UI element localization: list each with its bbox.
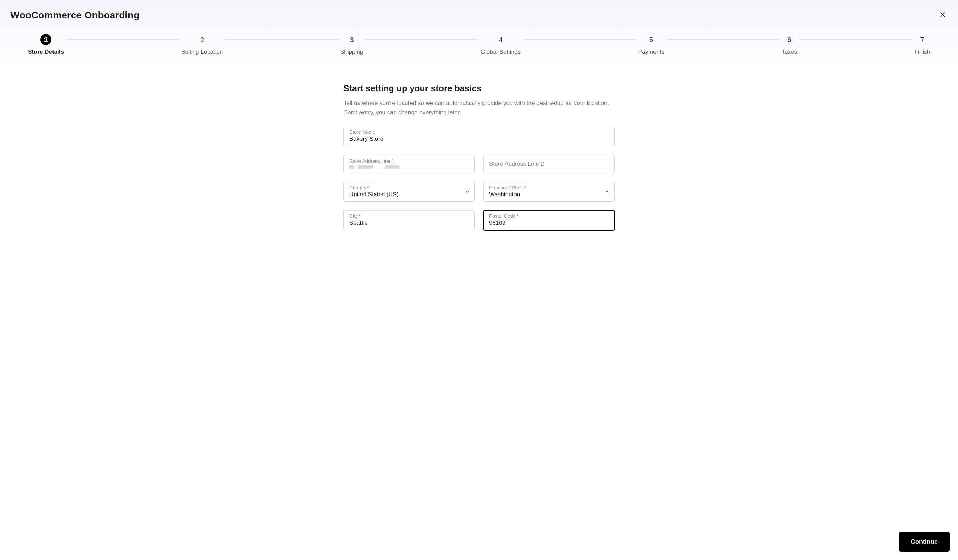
step-connector [66,39,179,40]
required-indicator: * [367,185,369,190]
postal-code-field: Postal Code* [483,210,615,230]
step-number: 5 [646,34,657,45]
input-container[interactable]: Store Name [343,126,615,146]
step-finish[interactable]: 7 Finish [915,34,930,55]
select-container[interactable]: Province / State* Washington [483,182,615,202]
step-label: Taxes [782,49,797,55]
country-field: Country* United States (US) [343,182,475,202]
step-connector [225,39,339,40]
address-line-1-field: Store Address Line 1 [343,155,475,173]
step-number: 3 [346,34,357,45]
province-field: Province / State* Washington [483,182,615,202]
redacted-value [349,165,469,169]
main-content: Start setting up your store basics Tell … [336,83,622,230]
country-value: United States (US) [349,191,469,198]
step-store-details[interactable]: 1 Store Details [28,34,64,55]
field-label: Store Address Line 1 [349,158,469,165]
close-button[interactable] [938,10,948,19]
postal-code-input[interactable] [489,220,609,226]
required-indicator: * [524,185,526,190]
step-number: 1 [40,34,51,45]
close-icon [939,11,946,18]
step-label: Payments [638,49,665,55]
form-row: Store Address Line 1 [343,155,615,173]
input-container[interactable] [483,155,615,173]
page-title: WooCommerce Onboarding [10,10,948,21]
required-indicator: * [358,213,360,219]
form-row: Store Name [343,126,615,146]
required-indicator: * [516,213,518,219]
step-label: Finish [915,49,930,55]
step-selling-location[interactable]: 2 Selling Location [181,34,223,55]
step-number: 4 [495,34,506,45]
city-field: City* [343,210,475,230]
address-line-2-input[interactable] [489,160,609,168]
field-label: Province / State* [489,185,609,191]
step-label: Selling Location [181,49,223,55]
field-label: City* [349,213,469,219]
step-connector [666,39,780,40]
step-shipping[interactable]: 3 Shipping [340,34,363,55]
step-connector [365,39,479,40]
store-name-input[interactable] [349,136,609,142]
chevron-down-icon [604,189,609,194]
step-number: 7 [917,34,928,45]
chevron-down-icon [465,189,469,194]
section-description: Tell us where you're located so we can a… [343,98,615,117]
header-area: WooCommerce Onboarding 1 Store Details 2… [0,0,958,70]
step-global-settings[interactable]: 4 Global Settings [481,34,521,55]
field-label: Postal Code* [489,213,609,219]
stepper: 1 Store Details 2 Selling Location 3 Shi… [10,34,948,70]
step-label: Shipping [340,49,363,55]
store-name-field: Store Name [343,126,615,146]
field-label: Country* [349,185,469,191]
step-number: 6 [784,34,795,45]
step-connector [523,39,636,40]
form-row: Country* United States (US) Province / S… [343,182,615,202]
form-row: City* Postal Code* [343,210,615,230]
input-container[interactable]: City* [343,210,475,230]
select-container[interactable]: Country* United States (US) [343,182,475,202]
city-input[interactable] [349,220,469,226]
step-taxes[interactable]: 6 Taxes [782,34,797,55]
section-heading: Start setting up your store basics [343,83,615,93]
step-label: Store Details [28,49,64,55]
address-line-2-field [483,155,615,173]
step-label: Global Settings [481,49,521,55]
input-container[interactable]: Store Address Line 1 [343,155,475,173]
step-number: 2 [197,34,208,45]
province-value: Washington [489,191,609,198]
step-payments[interactable]: 5 Payments [638,34,665,55]
field-label: Store Name [349,129,609,135]
input-container[interactable]: Postal Code* [483,210,615,230]
step-connector [799,39,912,40]
